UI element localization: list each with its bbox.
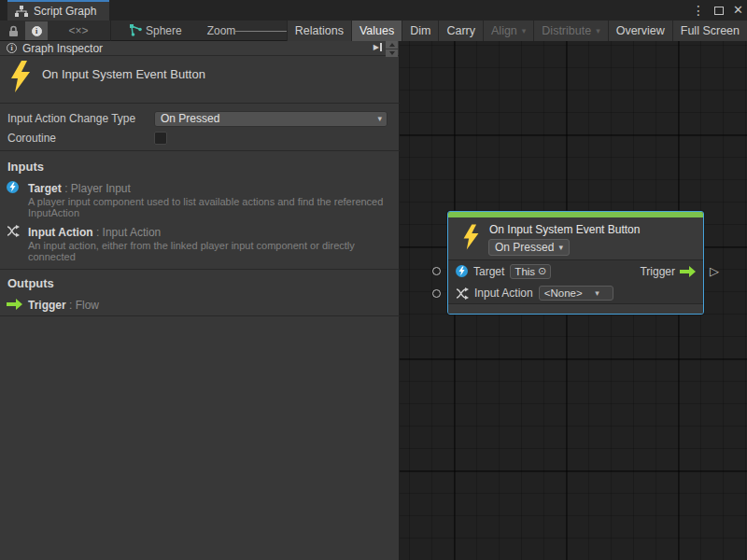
input-action-icon	[7, 225, 20, 237]
window-close-icon[interactable]: ✕	[733, 0, 743, 21]
target-input-port[interactable]	[432, 267, 441, 275]
graph-inspector-header: i Graph Inspector	[0, 41, 399, 56]
tab-label: Script Graph	[34, 5, 96, 18]
output-item-trigger: Trigger : Flow	[28, 299, 99, 312]
node-title: On Input System Event Button	[489, 223, 640, 236]
divider	[0, 103, 400, 104]
script-graph-icon	[15, 6, 28, 18]
target-value-chip[interactable]: This ⊙	[510, 264, 551, 279]
unity-script-graph-window: Script Graph ⋮ ✕ i <×>	[0, 0, 747, 560]
relations-button[interactable]: Relations	[287, 21, 351, 41]
trigger-arrow-icon	[680, 266, 696, 277]
values-button[interactable]: Values	[351, 21, 402, 41]
panel-spinner	[386, 41, 398, 58]
spinner-up-button[interactable]	[386, 41, 398, 49]
toolbar-right-group: Relations Values Dim Carry Align▾ Distri…	[287, 21, 747, 41]
input-item-input-action: Input Action : Input Action An input act…	[28, 226, 394, 262]
graph-toolbar: i <×> Sphere Zoom 1x Relations Value	[0, 21, 747, 41]
divider	[0, 269, 400, 270]
input-action-icon	[456, 287, 469, 300]
zoom-label: Zoom	[205, 21, 237, 40]
trigger-port[interactable]: Trigger	[640, 265, 696, 278]
node-row-input-action: Input Action <None> ▾	[448, 282, 703, 303]
trigger-output-port[interactable]: ▷	[710, 265, 719, 277]
lightning-bolt-icon	[9, 61, 32, 92]
player-input-icon	[7, 181, 19, 193]
node-row-target: Target This ⊙ Trigger ▷	[448, 260, 703, 282]
change-type-row: Input Action Change Type On Pressed ▾	[7, 110, 392, 127]
inspector-toggle-button[interactable]: i	[25, 21, 48, 40]
carry-button[interactable]: Carry	[438, 21, 483, 41]
event-node-header[interactable]: On Input System Event Button On Pressed …	[448, 217, 703, 260]
divider	[0, 315, 400, 316]
window-menu-icon[interactable]: ⋮	[692, 0, 705, 21]
input-action-port-label: Input Action	[474, 287, 533, 300]
graph-name-label: Sphere	[146, 21, 187, 40]
input-action-port[interactable]	[432, 289, 441, 298]
distribute-button: Distribute▾	[533, 21, 607, 41]
lightning-bolt-icon	[462, 224, 480, 250]
window-maximize-icon[interactable]	[714, 7, 724, 15]
player-input-icon	[456, 265, 468, 277]
overview-button[interactable]: Overview	[608, 21, 672, 41]
fullscreen-button[interactable]: Full Screen	[672, 21, 747, 41]
inputs-heading: Inputs	[7, 160, 44, 174]
graph-inspector-panel: i Graph Inspector ▶ On Input System Even…	[0, 41, 400, 560]
spinner-down-button[interactable]	[386, 49, 398, 57]
event-node[interactable]: On Input System Event Button On Pressed …	[447, 211, 704, 315]
input-item-desc: A player input component used to list av…	[28, 197, 394, 218]
node-footer	[448, 303, 703, 314]
coroutine-checkbox[interactable]	[154, 132, 167, 145]
title-bar: Script Graph ⋮ ✕	[0, 0, 747, 21]
dock-panel-button[interactable]: ▶	[374, 43, 382, 51]
coroutine-label: Coroutine	[7, 132, 154, 145]
dock-arrow-icon: ▶	[374, 43, 379, 51]
coroutine-row: Coroutine	[7, 130, 392, 147]
node-mode-dropdown[interactable]: On Pressed ▾	[488, 239, 570, 256]
input-item-desc: An input action, either from the linked …	[28, 241, 394, 262]
dim-button[interactable]: Dim	[402, 21, 438, 41]
unit-title-block: On Input System Event Button	[0, 57, 399, 103]
chevron-down-icon: ▾	[596, 26, 600, 35]
trigger-arrow-icon	[7, 299, 22, 310]
toolbar-separator	[110, 21, 111, 41]
tab-script-graph[interactable]: Script Graph	[7, 0, 109, 21]
window-controls: ⋮ ✕	[692, 0, 743, 21]
graph-asset-icon	[127, 21, 144, 40]
change-type-dropdown[interactable]: On Pressed ▾	[154, 111, 388, 127]
chevron-down-icon: ▾	[377, 114, 382, 123]
info-icon: i	[7, 43, 17, 53]
chevron-down-icon: ▾	[558, 243, 563, 252]
input-action-dropdown[interactable]: <None> ▾	[539, 286, 613, 301]
code-icon: <×>	[68, 24, 88, 37]
graph-inspector-title: Graph Inspector	[22, 42, 103, 55]
chevron-down-icon: ▾	[595, 288, 599, 298]
graph-canvas[interactable]: On Input System Event Button On Pressed …	[400, 41, 747, 560]
divider	[0, 150, 400, 151]
unit-title: On Input System Event Button	[42, 67, 205, 81]
outputs-heading: Outputs	[7, 276, 54, 290]
lock-button[interactable]	[2, 21, 24, 40]
chevron-down-icon: ▾	[522, 26, 527, 35]
edit-graph-button[interactable]: <×>	[63, 21, 93, 40]
align-button: Align▾	[483, 21, 533, 41]
input-item-target: Target : Player Input A player input com…	[28, 182, 394, 218]
pick-target-icon[interactable]: ⊙	[538, 265, 546, 277]
info-icon: i	[32, 26, 42, 36]
target-port-label: Target	[473, 265, 504, 278]
change-type-label: Input Action Change Type	[7, 112, 154, 125]
trigger-port-label: Trigger	[640, 265, 675, 278]
lock-icon	[8, 25, 19, 37]
